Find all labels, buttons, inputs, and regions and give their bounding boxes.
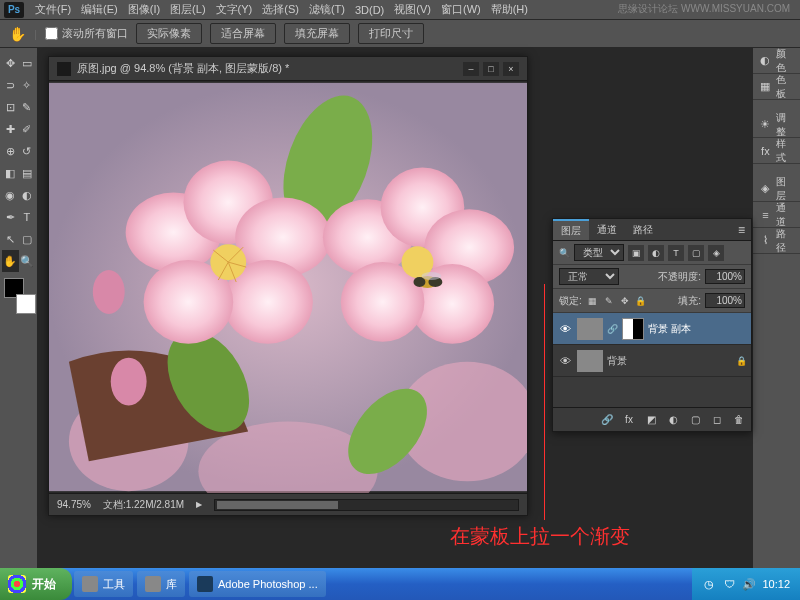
zoom-tool[interactable]: 🔍 — [19, 250, 36, 272]
menu-view[interactable]: 视图(V) — [389, 2, 436, 17]
rail-color[interactable]: ◐颜色 — [753, 48, 800, 74]
menu-select[interactable]: 选择(S) — [257, 2, 304, 17]
rail-layers[interactable]: ◈图层 — [753, 176, 800, 202]
menu-window[interactable]: 窗口(W) — [436, 2, 486, 17]
brush-tool[interactable]: ✐ — [19, 118, 36, 140]
layer-mask-thumbnail[interactable] — [622, 318, 644, 340]
lock-all-icon[interactable]: 🔒 — [634, 294, 648, 308]
ps-logo: Ps — [4, 2, 24, 18]
layer-item[interactable]: 👁 🔗 背景 副本 — [553, 313, 751, 345]
panel-menu-button[interactable]: ≡ — [732, 223, 751, 237]
system-tray[interactable]: ◷ 🛡 🔊 10:12 — [692, 568, 800, 600]
lock-position-icon[interactable]: ✥ — [618, 294, 632, 308]
wand-tool[interactable]: ✧ — [19, 74, 36, 96]
rail-adjustments[interactable]: ☀调整 — [753, 112, 800, 138]
pen-tool[interactable]: ✒ — [2, 206, 19, 228]
move-tool[interactable]: ✥ — [2, 52, 19, 74]
shape-tool[interactable]: ▢ — [19, 228, 36, 250]
horizontal-scrollbar[interactable] — [214, 499, 519, 511]
layer-mask-button[interactable]: ◩ — [643, 412, 659, 428]
background-color[interactable] — [16, 294, 36, 314]
menu-3d[interactable]: 3D(D) — [350, 4, 389, 16]
menu-filter[interactable]: 滤镜(T) — [304, 2, 350, 17]
fill-input[interactable] — [705, 293, 745, 308]
marquee-tool[interactable]: ▭ — [19, 52, 36, 74]
layer-thumbnail[interactable] — [577, 318, 603, 340]
lasso-tool[interactable]: ⊃ — [2, 74, 19, 96]
eraser-tool[interactable]: ◧ — [2, 162, 19, 184]
group-button[interactable]: ▢ — [687, 412, 703, 428]
color-swatches[interactable] — [4, 278, 36, 314]
svg-point-29 — [93, 270, 125, 314]
filter-smart-icon[interactable]: ◈ — [708, 245, 724, 261]
volume-icon[interactable]: 🔊 — [742, 577, 756, 591]
path-tool[interactable]: ↖ — [2, 228, 19, 250]
canvas[interactable] — [49, 81, 527, 493]
tray-icon[interactable]: ◷ — [702, 577, 716, 591]
menu-type[interactable]: 文字(Y) — [211, 2, 258, 17]
crop-tool[interactable]: ⊡ — [2, 96, 19, 118]
scroll-all-windows-checkbox[interactable]: 滚动所有窗口 — [45, 26, 128, 41]
rail-swatches[interactable]: ▦色板 — [753, 74, 800, 100]
rail-channels[interactable]: ≡通道 — [753, 202, 800, 228]
taskbar-item[interactable]: Adobe Photoshop ... — [189, 571, 326, 597]
tab-layers[interactable]: 图层 — [553, 219, 589, 240]
doc-minimize-button[interactable]: – — [463, 62, 479, 76]
hand-tool-icon[interactable]: ✋ — [8, 25, 26, 43]
taskbar-item[interactable]: 工具 — [74, 571, 133, 597]
print-size-button[interactable]: 打印尺寸 — [358, 23, 424, 44]
layer-filter-kind[interactable]: 类型 — [574, 244, 624, 261]
layer-name[interactable]: 背景 副本 — [648, 322, 691, 336]
document-title: 原图.jpg @ 94.8% (背景 副本, 图层蒙版/8) * — [77, 61, 289, 76]
actual-pixels-button[interactable]: 实际像素 — [136, 23, 202, 44]
menu-edit[interactable]: 编辑(E) — [76, 2, 123, 17]
menu-file[interactable]: 文件(F) — [30, 2, 76, 17]
eyedropper-tool[interactable]: ✎ — [19, 96, 36, 118]
clock[interactable]: 10:12 — [762, 578, 790, 590]
lock-pixels-icon[interactable]: ✎ — [602, 294, 616, 308]
doc-close-button[interactable]: × — [503, 62, 519, 76]
document-tab[interactable]: 原图.jpg @ 94.8% (背景 副本, 图层蒙版/8) * – □ × — [49, 57, 527, 81]
start-button[interactable]: 开始 — [0, 568, 72, 600]
layer-item[interactable]: 👁 背景 🔒 — [553, 345, 751, 377]
color-icon: ◐ — [759, 54, 772, 68]
link-layers-button[interactable]: 🔗 — [599, 412, 615, 428]
filter-pixel-icon[interactable]: ▣ — [628, 245, 644, 261]
delete-layer-button[interactable]: 🗑 — [731, 412, 747, 428]
visibility-toggle[interactable]: 👁 — [557, 321, 573, 337]
blend-mode-select[interactable]: 正常 — [559, 268, 619, 285]
tab-paths[interactable]: 路径 — [625, 219, 661, 240]
stamp-tool[interactable]: ⊕ — [2, 140, 19, 162]
layer-style-button[interactable]: fx — [621, 412, 637, 428]
layer-name[interactable]: 背景 — [607, 354, 627, 368]
menu-help[interactable]: 帮助(H) — [486, 2, 533, 17]
menu-layer[interactable]: 图层(L) — [165, 2, 210, 17]
fill-screen-button[interactable]: 填充屏幕 — [284, 23, 350, 44]
dodge-tool[interactable]: ◐ — [19, 184, 36, 206]
hand-tool[interactable]: ✋ — [2, 250, 19, 272]
opacity-input[interactable] — [705, 269, 745, 284]
blur-tool[interactable]: ◉ — [2, 184, 19, 206]
history-brush-tool[interactable]: ↺ — [19, 140, 36, 162]
windows-taskbar: 开始 工具 库 Adobe Photoshop ... ◷ 🛡 🔊 10:12 — [0, 568, 800, 600]
zoom-level[interactable]: 94.75% — [57, 499, 91, 510]
rail-styles[interactable]: fx样式 — [753, 138, 800, 164]
layer-thumbnail[interactable] — [577, 350, 603, 372]
adjustment-layer-button[interactable]: ◐ — [665, 412, 681, 428]
fit-screen-button[interactable]: 适合屏幕 — [210, 23, 276, 44]
new-layer-button[interactable]: ◻ — [709, 412, 725, 428]
lock-transparent-icon[interactable]: ▦ — [586, 294, 600, 308]
tray-icon[interactable]: 🛡 — [722, 577, 736, 591]
menu-image[interactable]: 图像(I) — [123, 2, 165, 17]
filter-shape-icon[interactable]: ▢ — [688, 245, 704, 261]
tab-channels[interactable]: 通道 — [589, 219, 625, 240]
visibility-toggle[interactable]: 👁 — [557, 353, 573, 369]
doc-maximize-button[interactable]: □ — [483, 62, 499, 76]
taskbar-item[interactable]: 库 — [137, 571, 185, 597]
gradient-tool[interactable]: ▤ — [19, 162, 36, 184]
type-tool[interactable]: T — [19, 206, 36, 228]
heal-tool[interactable]: ✚ — [2, 118, 19, 140]
rail-paths[interactable]: ⌇路径 — [753, 228, 800, 254]
filter-adjustment-icon[interactable]: ◐ — [648, 245, 664, 261]
filter-type-icon[interactable]: T — [668, 245, 684, 261]
